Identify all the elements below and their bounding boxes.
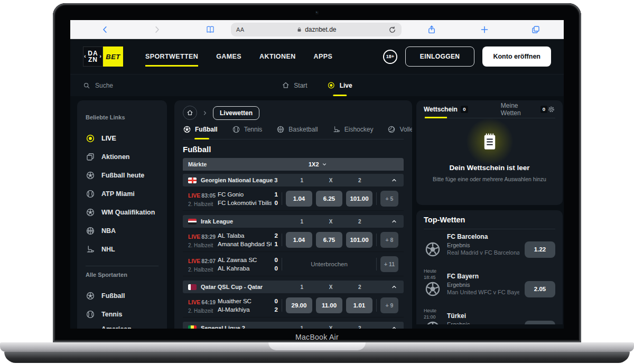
search-icon bbox=[83, 82, 90, 89]
match-row-suspended: LIVE82:072. Halbzeit AL Zawraa SCAL Kahr… bbox=[183, 252, 404, 276]
sidebar-item-live[interactable]: LIVE bbox=[86, 129, 158, 147]
soccer-icon bbox=[424, 273, 442, 305]
forward-icon[interactable] bbox=[152, 25, 162, 34]
sidebar-item-nhl[interactable]: NHL bbox=[86, 240, 158, 258]
sport-tab-eishockey[interactable]: Eishockey bbox=[332, 125, 374, 134]
match-row: LIVE83:052. Halbzeit FC GonioFC Lokomoti… bbox=[183, 186, 404, 211]
more-markets-button[interactable]: + 9 bbox=[380, 297, 398, 313]
share-icon[interactable] bbox=[427, 25, 436, 34]
odds-button-1[interactable]: 1.04 bbox=[286, 191, 312, 207]
odds-button-1[interactable]: 1.04 bbox=[286, 232, 312, 248]
chevron-up-icon[interactable] bbox=[390, 283, 398, 291]
league-header-irak[interactable]: Irak League 1X2 bbox=[183, 215, 404, 228]
reload-icon[interactable] bbox=[388, 26, 396, 34]
sport-tab-tennis[interactable]: Tennis bbox=[232, 125, 263, 134]
sidebar-item-american-football[interactable]: American Football bbox=[86, 323, 158, 329]
top-bets-title: Top-Wetten bbox=[424, 210, 555, 229]
league-header-georgien[interactable]: Georgien National League 3 1X2 bbox=[183, 174, 404, 186]
odds-button-x[interactable]: 6.25 bbox=[316, 191, 342, 207]
match-row: LIVE64:192. Halbzeit Muaither SCAl-Markh… bbox=[183, 293, 404, 318]
breadcrumb-livewetten-chip[interactable]: Livewetten bbox=[213, 106, 259, 120]
odds-button-2[interactable]: 1.01 bbox=[346, 297, 372, 313]
sidebar-item-fussball[interactable]: Fußball bbox=[86, 286, 158, 305]
breadcrumb-home-button[interactable] bbox=[183, 106, 197, 120]
sidebar-item-aktionen[interactable]: Aktionen bbox=[86, 147, 158, 166]
sidebar-item-atp-miami[interactable]: ATP Miami bbox=[86, 184, 158, 203]
top-bet-item[interactable]: Heute21:00 FC Bayern Ergebnis Man United… bbox=[424, 269, 555, 309]
sport-tab-basketball[interactable]: Basketball bbox=[276, 125, 318, 134]
sidebar-item-nba[interactable]: NBA bbox=[86, 221, 158, 240]
daznbet-site: DA ZN BET SPORTWETTEN GAMES AKTIONEN APP… bbox=[70, 39, 564, 329]
volleyball-icon bbox=[387, 125, 396, 134]
nav-games[interactable]: GAMES bbox=[216, 53, 241, 60]
more-markets-button[interactable]: + 5 bbox=[380, 191, 398, 207]
dazn-bet-logo[interactable]: DA ZN BET bbox=[83, 46, 123, 67]
login-button[interactable]: EINLOGGEN bbox=[405, 46, 475, 67]
basketball-icon bbox=[86, 226, 95, 236]
hockey-skate-icon bbox=[86, 245, 95, 254]
chevron-up-icon[interactable] bbox=[390, 218, 398, 225]
reading-list-icon[interactable] bbox=[206, 25, 215, 34]
market-select[interactable]: 1X2 bbox=[309, 161, 328, 167]
signup-button[interactable]: Konto eröffnen bbox=[482, 46, 551, 67]
soccer-icon bbox=[86, 171, 95, 180]
sport-tab-volleyball[interactable]: Volleyball bbox=[387, 125, 412, 134]
basketball-icon bbox=[276, 125, 285, 134]
qatar-flag-icon bbox=[188, 284, 197, 290]
sidebar-item-tennis[interactable]: Tennis bbox=[86, 305, 158, 323]
home-icon bbox=[187, 109, 193, 116]
tab-wettschein[interactable]: Wettschein 0 bbox=[424, 106, 468, 113]
more-markets-button[interactable]: + 8 bbox=[380, 232, 398, 248]
soccer-icon bbox=[86, 208, 95, 217]
wettschein-count-badge: 0 bbox=[461, 106, 468, 113]
back-icon[interactable] bbox=[100, 25, 110, 34]
top-bet-odds-button[interactable]: 1.38 bbox=[525, 321, 555, 325]
macbook-air-label: MacBook Air bbox=[0, 333, 634, 341]
reader-mode-button[interactable]: AA bbox=[236, 26, 245, 33]
macbook-mockup: AA daznbet.de DA ZN BET bbox=[0, 0, 634, 364]
age-18-badge: 18+ bbox=[383, 50, 397, 64]
chevron-up-icon[interactable] bbox=[390, 176, 398, 184]
georgia-flag-icon bbox=[188, 178, 197, 183]
chevron-down-icon bbox=[321, 161, 328, 167]
meine-wetten-count-badge: 0 bbox=[540, 106, 547, 113]
sport-tab-fussball[interactable]: Fußball bbox=[183, 125, 218, 134]
top-bet-odds-button[interactable]: 2.05 bbox=[525, 281, 555, 297]
nav-aktionen[interactable]: AKTIONEN bbox=[259, 53, 295, 60]
live-betting-panel: Livewetten Fußball Tennis bbox=[174, 100, 412, 329]
laptop-base-notch bbox=[268, 342, 366, 350]
odds-button-x[interactable]: 11.00 bbox=[316, 297, 342, 313]
live-icon bbox=[328, 81, 335, 89]
tab-live[interactable]: Live bbox=[328, 74, 352, 96]
soccer-icon bbox=[424, 233, 442, 266]
content-area: Beliebte Links LIVE Aktionen Fußball heu… bbox=[70, 96, 564, 329]
iraq-flag-icon bbox=[188, 219, 197, 225]
league-header-senegal[interactable]: Senegal Ligue 2 1X2 bbox=[183, 322, 404, 329]
nav-sportwetten[interactable]: SPORTWETTEN bbox=[145, 53, 198, 60]
sidebar-item-fussball-heute[interactable]: Fußball heute bbox=[86, 166, 158, 184]
odds-button-x[interactable]: 6.75 bbox=[316, 232, 342, 248]
gear-icon[interactable] bbox=[547, 105, 555, 114]
lock-icon bbox=[296, 26, 302, 33]
more-markets-button[interactable]: + 11 bbox=[380, 256, 398, 272]
new-tab-icon[interactable] bbox=[480, 25, 489, 34]
search-input[interactable]: Suche bbox=[83, 82, 113, 89]
tab-start[interactable]: Start bbox=[282, 74, 307, 96]
section-title: Fußball bbox=[183, 145, 404, 154]
nav-apps[interactable]: APPS bbox=[314, 53, 333, 60]
soccer-icon bbox=[424, 312, 442, 324]
betslip-icon bbox=[482, 133, 497, 151]
top-bet-odds-button[interactable]: 1.22 bbox=[525, 241, 555, 258]
sidebar-item-wm-qualifikation[interactable]: WM Qualifikation bbox=[86, 203, 158, 221]
odds-button-2[interactable]: 101.00 bbox=[346, 191, 372, 207]
league-header-qatar[interactable]: Qatar QSL Cup - Qatar 1X2 bbox=[183, 281, 404, 293]
live-ball-icon bbox=[86, 134, 95, 143]
odds-button-2[interactable]: 101.00 bbox=[346, 232, 372, 248]
odds-button-1[interactable]: 29.00 bbox=[286, 297, 312, 313]
chevron-up-icon[interactable] bbox=[390, 324, 398, 329]
url-bar[interactable]: AA daznbet.de bbox=[231, 23, 402, 36]
top-bet-item[interactable]: Heute18:45 FC Barcelona Ergebnis Real Ma… bbox=[424, 229, 555, 269]
tab-meine-wetten[interactable]: Meine Wetten 0 bbox=[501, 102, 547, 117]
top-bet-item[interactable]: 26 März18:00 Türkei Ergebnis Türkei v Ru… bbox=[424, 309, 555, 324]
tabs-overview-icon[interactable] bbox=[531, 25, 540, 34]
